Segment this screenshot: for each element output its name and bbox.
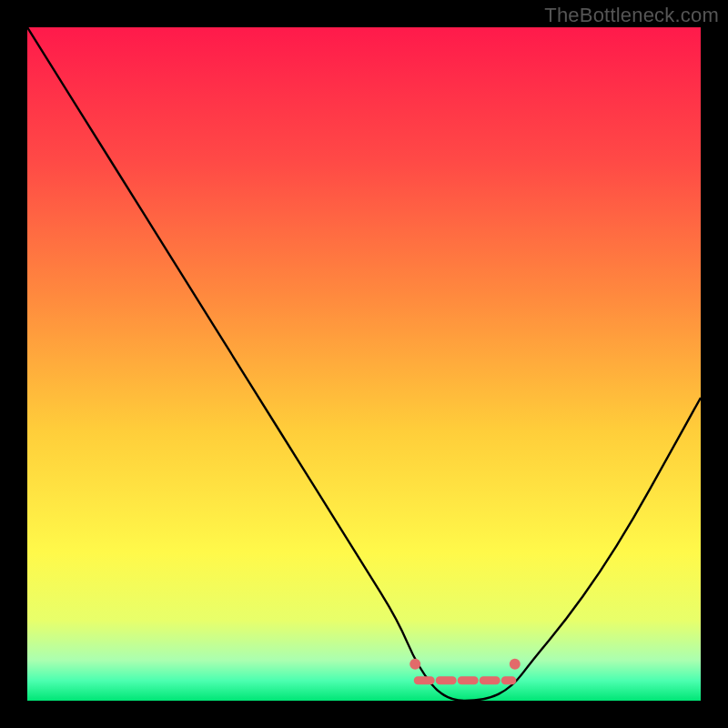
attribution-label: TheBottleneck.com — [544, 4, 719, 27]
plot-area — [27, 27, 701, 701]
svg-point-3 — [510, 659, 521, 670]
bottleneck-curve — [27, 27, 701, 701]
chart-container: TheBottleneck.com — [0, 0, 728, 728]
svg-point-2 — [410, 659, 420, 670]
